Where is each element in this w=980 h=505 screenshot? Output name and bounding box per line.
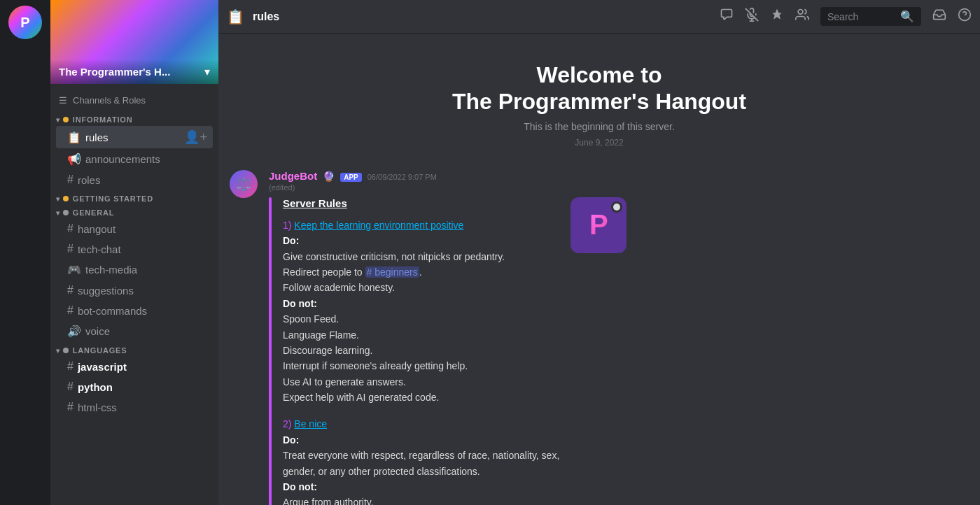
topbar: 📋 rules — [218, 0, 980, 34]
channel-item-suggestions[interactable]: # suggestions — [56, 280, 213, 300]
channel-name-rules: rules — [85, 131, 180, 143]
channel-name-announcements: announcements — [85, 153, 207, 165]
main-content: 📋 rules — [218, 0, 980, 505]
search-input[interactable] — [827, 11, 895, 22]
category-information[interactable]: ▾ INFORMATION — [50, 111, 218, 125]
rule-1-do-1: Give constructive criticism, not nitpick… — [283, 249, 559, 264]
welcome-section: Welcome to The Programmer's Hangout This… — [218, 34, 980, 164]
server-sidebar: P — [0, 0, 50, 505]
search-bar[interactable]: 🔍 — [820, 7, 921, 26]
bot-emoji: 🔮 — [323, 171, 335, 182]
channel-name-javascript: javascript — [78, 361, 207, 373]
channels-list: ☰ Channels & Roles ▾ INFORMATION 📋 rules… — [50, 84, 218, 505]
rules-channel-icon: 📋 — [67, 131, 81, 144]
messages-area[interactable]: Welcome to The Programmer's Hangout This… — [218, 34, 980, 505]
roles-channel-icon: # — [67, 173, 74, 186]
rules-border — [269, 197, 272, 505]
channel-sidebar: The Programmer's H... ▾ ☰ Channels & Rol… — [50, 0, 218, 505]
rules-container: Server Rules 1) Keep the learning enviro… — [269, 197, 559, 505]
topbar-channel-icon: 📋 — [227, 8, 244, 25]
rule-1-donot-header: Do not: — [283, 296, 559, 311]
channel-name-python: python — [78, 381, 207, 393]
category-general[interactable]: ▾ GENERAL — [50, 204, 218, 218]
category-label-gen: GENERAL — [73, 208, 114, 217]
inbox-icon[interactable] — [932, 8, 946, 25]
channel-item-hangout[interactable]: # hangout — [56, 219, 213, 239]
message-content: JudgeBot 🔮 APP 06/09/2022 9:07 PM (edite… — [269, 170, 969, 505]
rule-1-donot-1: Spoon Feed. — [283, 311, 559, 327]
category-arrow: ▾ — [56, 116, 60, 124]
channel-item-javascript[interactable]: # javascript — [56, 357, 213, 376]
rule-1-do-header: Do: — [283, 233, 559, 248]
channel-item-html-css[interactable]: # html-css — [56, 397, 213, 417]
rule-1-donot-5: Use AI to generate answers. — [283, 374, 559, 390]
channel-item-voice[interactable]: 🔊 voice — [56, 321, 213, 341]
channel-item-bot-commands[interactable]: # bot-commands — [56, 301, 213, 320]
hangout-icon: # — [67, 222, 74, 235]
svg-point-3 — [798, 10, 803, 15]
channel-item-python[interactable]: # python — [56, 377, 213, 397]
channel-name-html-css: html-css — [78, 401, 207, 413]
message-header: JudgeBot 🔮 APP 06/09/2022 9:07 PM — [269, 170, 969, 182]
channel-item-announcements[interactable]: 📢 announcements — [56, 149, 213, 169]
server-dropdown-arrow: ▾ — [204, 65, 210, 78]
app-badge: APP — [340, 173, 362, 182]
rule-2-donot-header: Do not: — [283, 479, 559, 495]
suggestions-icon: # — [67, 284, 74, 297]
tech-chat-icon: # — [67, 243, 74, 255]
help-icon[interactable] — [958, 8, 972, 25]
members-icon[interactable] — [795, 8, 809, 25]
server-icon-image: P — [8, 6, 42, 39]
channels-roles-label: Channels & Roles — [73, 95, 146, 106]
server-header[interactable]: The Programmer's H... ▾ — [50, 0, 218, 84]
rule-1-do-3: Follow academic honesty. — [283, 280, 559, 295]
channel-add-member-btn[interactable]: 👤+ — [184, 129, 207, 145]
bot-commands-icon: # — [67, 304, 74, 317]
rule-1-donot-2: Language Flame. — [283, 327, 559, 343]
server-logo-dot-inner — [613, 204, 620, 211]
server-icon[interactable]: P — [8, 6, 42, 39]
rule-2-link[interactable]: Be nice — [294, 418, 327, 429]
category-getting-started[interactable]: ▾ GETTING STARTED — [50, 190, 218, 204]
beginners-channel-mention[interactable]: # beginners — [365, 266, 419, 278]
rule-1: 1) Keep the learning environment positiv… — [283, 218, 559, 406]
announcements-channel-icon: 📢 — [67, 152, 81, 166]
server-logo-dot — [611, 201, 622, 213]
category-label: INFORMATION — [73, 115, 133, 124]
server-logo: P — [570, 197, 626, 253]
category-arrow-gen: ▾ — [56, 209, 60, 217]
rule-2: 2) Be nice Do: Treat everyone with respe… — [283, 416, 559, 505]
channels-roles-header[interactable]: ☰ Channels & Roles — [50, 90, 218, 111]
rule-2-number: 2) — [283, 418, 291, 429]
pin-icon[interactable] — [770, 8, 784, 25]
thread-icon[interactable] — [720, 8, 734, 25]
channel-name-roles: roles — [78, 174, 207, 186]
server-logo-letter: P — [589, 209, 608, 241]
rule-1-link[interactable]: Keep the learning environment positive — [294, 220, 463, 231]
channel-name-bot-commands: bot-commands — [78, 305, 207, 317]
welcome-date: June 9, 2022 — [263, 138, 935, 148]
category-label-lang: LANGUAGES — [73, 346, 127, 355]
category-arrow-gs: ▾ — [56, 195, 60, 203]
search-icon: 🔍 — [900, 10, 914, 23]
channel-name-suggestions: suggestions — [78, 285, 207, 297]
rule-1-number: 1) — [283, 220, 291, 231]
topbar-actions: 🔍 — [720, 7, 972, 26]
timestamp: 06/09/2022 9:07 PM — [368, 173, 437, 181]
rules-text: Server Rules 1) Keep the learning enviro… — [283, 197, 559, 505]
topbar-channel-name: rules — [253, 10, 279, 23]
channel-item-rules[interactable]: 📋 rules 👤+ — [56, 126, 213, 148]
welcome-subtitle: This is the beginning of this server. — [263, 121, 935, 132]
channel-item-tech-media[interactable]: 🎮 tech-media — [56, 259, 213, 280]
category-languages[interactable]: ▾ LANGUAGES — [50, 342, 218, 356]
avatar[interactable]: ⚖️ — [230, 170, 258, 198]
welcome-title-line2: The Programmer's Hangout — [263, 88, 935, 115]
rule-1-donot-3: Discourage learning. — [283, 343, 559, 358]
tech-media-icon: 🎮 — [67, 263, 81, 276]
rule-2-donot-1: Argue from authority. — [283, 495, 559, 505]
channel-item-tech-chat[interactable]: # tech-chat — [56, 239, 213, 259]
mute-icon[interactable] — [745, 8, 759, 25]
category-arrow-lang: ▾ — [56, 347, 60, 355]
edited-label: (edited) — [269, 183, 969, 192]
channel-item-roles[interactable]: # roles — [56, 170, 213, 190]
